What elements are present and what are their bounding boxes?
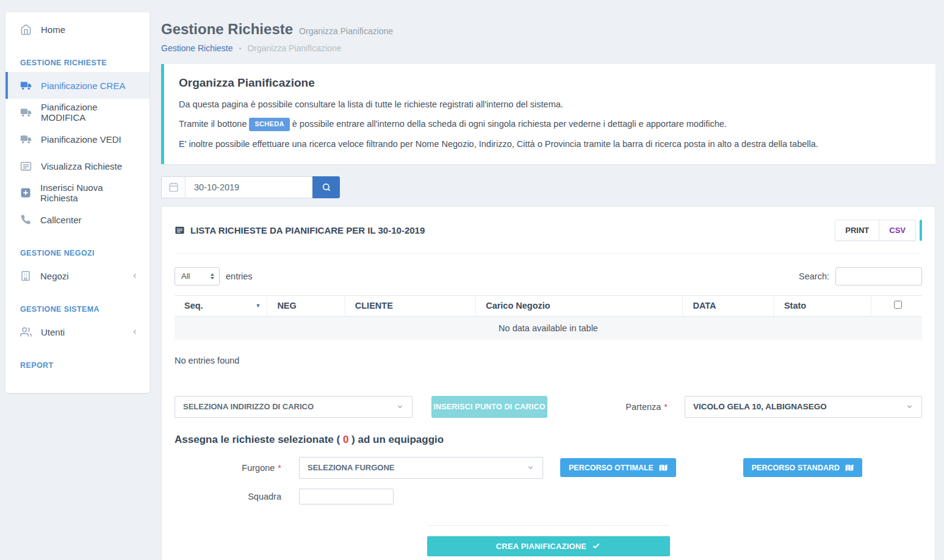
furgone-label: Furgone* [239,463,281,473]
furgone-select[interactable]: SELEZIONA FURGONE [299,457,543,479]
percorso-ottimale-button[interactable]: PERCORSO OTTIMALE [560,458,676,477]
percorso-ottimale-label: PERCORSO OTTIMALE [569,464,654,472]
chevron-left-icon [131,328,139,336]
squadra-label: Squadra [239,492,281,501]
chevron-left-icon [131,272,139,279]
partenza-field: Partenza * VICOLO GELA 10, ALBIGNASEGO [625,396,922,418]
percorso-standard-label: PERCORSO STANDARD [752,464,840,472]
sidebar-item-inserisci-nuova-richiesta[interactable]: Inserisci Nuova Richiesta [5,179,150,206]
csv-button[interactable]: CSV [879,220,916,241]
required-asterisk: * [278,463,281,473]
no-entries-text: No entries found [175,356,922,365]
export-button-group: PRINT CSV [835,220,922,241]
sidebar-item-pianificazione-modifica[interactable]: Pianificazione MODIFICA [5,99,150,126]
info-line-3: E' inoltre possibile effettuare una rice… [179,138,921,151]
sidebar-section-gestione-negozi: GESTIONE NEGOZI [5,233,150,262]
percorso-standard-button[interactable]: PERCORSO STANDARD [743,458,862,477]
page-subtitle: Organizza Pianificazione [299,26,393,36]
date-filter-group [161,176,340,198]
table-empty-message: No data available in table [175,316,922,340]
column-header-label: Carico Negozio [486,301,550,311]
column-header-label: CLIENTE [355,301,393,311]
list-icon [20,160,32,172]
info-line-2-before: Tramite il bottone [179,119,247,129]
squadra-row: Squadra [175,489,922,504]
list-panel: LISTA RICHIESTE DA PIANIFICARE PER IL 30… [161,206,935,560]
entries-select[interactable]: All [175,267,220,285]
sidebar-item-pianificazione-crea[interactable]: Pianificazione CREA [5,72,150,99]
assegna-heading-after: ) ad un equipaggio [348,434,444,445]
column-header-select [871,295,922,316]
truck-icon [20,107,32,118]
column-header-neg[interactable]: NEG [267,295,345,316]
form-divider [427,525,670,526]
sidebar-item-label: Callcenter [40,215,82,225]
print-button[interactable]: PRINT [835,220,879,241]
list-panel-title: LISTA RICHIESTE DA PIANIFICARE PER IL 30… [190,225,425,235]
breadcrumb-separator: • [239,45,242,52]
truck-icon [20,80,32,92]
crea-pianificazione-label: CREA PIANIFICAZIONE [496,542,587,551]
furgone-label-text: Furgone [242,463,275,473]
column-header-seq[interactable]: Seq. ▼ [175,295,267,316]
table-header-row: Seq. ▼ NEG CLIENTE Carico Negozio DATA S… [175,295,922,316]
column-header-cliente[interactable]: CLIENTE [345,295,475,316]
furgone-row: Furgone* SELEZIONA FURGONE PERCORSO OTTI… [175,457,922,479]
phone-icon [20,214,31,225]
home-icon [20,24,32,35]
sidebar-item-home[interactable]: Home [5,16,150,43]
sidebar-item-utenti[interactable]: Utenti [5,318,150,345]
users-icon [20,326,32,338]
chevron-down-icon [396,403,404,411]
richieste-table: Seq. ▼ NEG CLIENTE Carico Negozio DATA S… [175,295,922,340]
check-icon [592,542,600,550]
breadcrumb-link[interactable]: Gestione Richieste [161,43,233,53]
plus-square-icon [20,187,31,198]
column-header-label: Seq. [184,301,203,311]
sidebar-item-label: Pianificazione MODIFICA [41,102,139,123]
column-header-label: Stato [784,301,806,311]
chevron-down-icon [906,403,913,411]
partenza-label: Partenza [625,402,661,412]
store-building-icon [20,270,31,281]
sidebar-item-visualizza-richieste[interactable]: Visualizza Richieste [5,153,150,179]
chevron-down-icon [527,464,535,472]
sidebar-section-gestione-sistema: GESTIONE SISTEMA [5,289,150,318]
info-panel-title: Organizza Pianificazione [179,76,921,90]
select-all-checkbox[interactable] [894,301,902,309]
column-header-stato[interactable]: Stato [774,295,871,316]
column-header-data[interactable]: DATA [683,295,774,316]
inserisci-punto-carico-button[interactable]: INSERISCI PUNTO DI CARICO [431,396,547,418]
sidebar-item-pianificazione-vedi[interactable]: Pianificazione VEDI [5,126,150,153]
crea-pianificazione-button[interactable]: CREA PIANIFICAZIONE [427,536,670,556]
scheda-badge: SCHEDA [249,118,289,131]
sidebar-item-label: Pianificazione CREA [41,81,125,91]
squadra-input[interactable] [299,489,394,504]
carico-row: SELEZIONA INDIRIZZO DI CARICO INSERISCI … [175,396,922,418]
sidebar-item-callcenter[interactable]: Callcenter [5,206,150,233]
map-icon [845,464,854,472]
search-icon [322,182,331,192]
sidebar-item-label: Inserisci Nuova Richiesta [40,182,139,203]
clipped-export-button-edge [920,220,922,241]
sidebar-item-label: Negozi [40,271,69,281]
column-header-carico-negozio[interactable]: Carico Negozio [476,295,683,316]
indirizzo-carico-select[interactable]: SELEZIONA INDIRIZZO DI CARICO [175,396,413,418]
breadcrumb: Gestione Richieste • Organizza Pianifica… [161,43,935,53]
date-input[interactable] [186,176,312,198]
table-search-input[interactable] [835,267,922,285]
indirizzo-carico-value: SELEZIONA INDIRIZZO DI CARICO [183,402,314,411]
select-stepper-icon [211,273,214,279]
info-panel: Organizza Pianificazione Da questa pagin… [161,64,935,164]
calendar-icon [161,176,186,198]
sidebar-item-label: Pianificazione VEDI [41,134,121,145]
assegna-heading-before: Assegna le richieste selezionate ( [175,434,343,445]
truck-icon [20,134,32,145]
partenza-select[interactable]: VICOLO GELA 10, ALBIGNASEGO [685,396,922,418]
list-panel-title-wrap: LISTA RICHIESTE DA PIANIFICARE PER IL 30… [175,225,425,235]
info-line-1: Da questa pagina è possibile consultare … [179,98,921,111]
list-icon [175,225,185,235]
sidebar-item-label: Utenti [41,327,65,337]
sidebar-item-negozi[interactable]: Negozi [5,262,150,289]
date-search-button[interactable] [312,176,340,198]
